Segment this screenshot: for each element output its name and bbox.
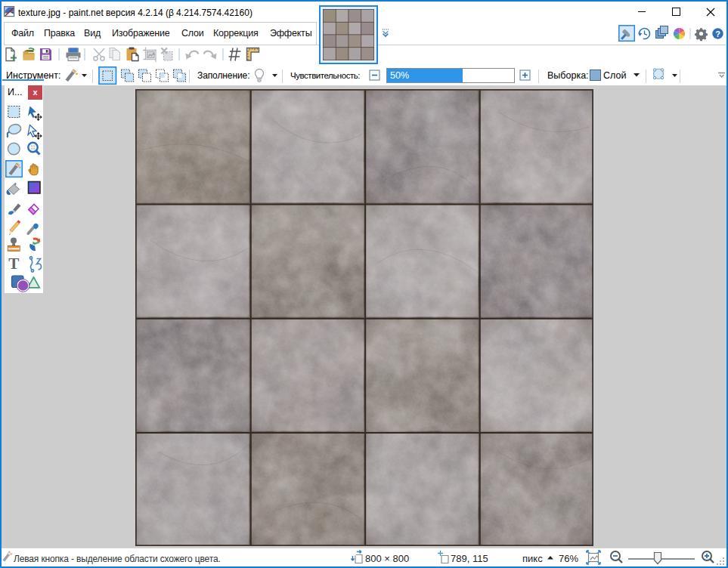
svg-text:T: T <box>8 255 19 273</box>
svg-text:?: ? <box>715 29 720 39</box>
